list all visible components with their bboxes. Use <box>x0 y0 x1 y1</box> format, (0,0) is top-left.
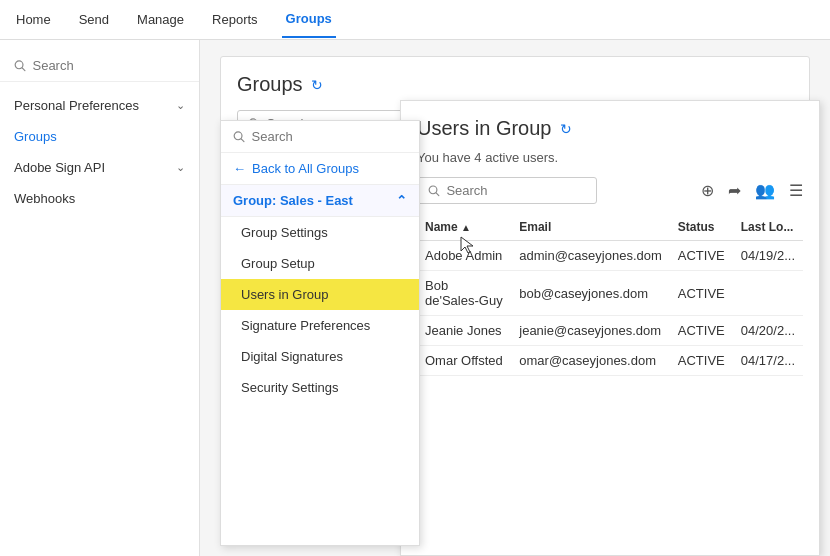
users-search-container <box>417 177 597 204</box>
sub-sidebar-search-icon <box>233 130 246 144</box>
users-in-group-panel: Users in Group ↻ You have 4 active users… <box>400 100 820 556</box>
sidebar-adobe-sign-label: Adobe Sign API <box>14 160 105 175</box>
top-navigation: Home Send Manage Reports Groups <box>0 0 830 40</box>
user-name-cell: Adobe Admin <box>417 241 511 271</box>
sidebar: Personal Preferences ⌄ Groups Adobe Sign… <box>0 40 200 556</box>
user-lastlogin-cell <box>733 271 803 316</box>
back-arrow-icon: ← <box>233 161 246 176</box>
back-label-text: Back to All Groups <box>252 161 359 176</box>
user-lastlogin-cell: 04/20/2... <box>733 316 803 346</box>
add-user-icon[interactable]: ⊕ <box>701 181 714 200</box>
sidebar-webhooks-label: Webhooks <box>14 191 75 206</box>
nav-send[interactable]: Send <box>75 2 113 37</box>
users-col-status[interactable]: Status <box>670 214 733 241</box>
svg-line-5 <box>241 138 244 141</box>
group-name-label: Group: Sales - East <box>233 193 353 208</box>
svg-line-7 <box>436 192 439 195</box>
refresh-icon[interactable]: ↻ <box>311 77 323 93</box>
nav-groups[interactable]: Groups <box>282 1 336 38</box>
name-sort-icon: ▲ <box>461 222 471 233</box>
user-lastlogin-cell: 04/19/2... <box>733 241 803 271</box>
sidebar-search-bar <box>0 50 199 82</box>
collapse-icon[interactable]: ⌃ <box>396 193 407 208</box>
nav-manage[interactable]: Manage <box>133 2 188 37</box>
chevron-down-icon-api: ⌄ <box>176 161 185 174</box>
nav-digital-signatures[interactable]: Digital Signatures <box>221 341 419 372</box>
chevron-down-icon: ⌄ <box>176 99 185 112</box>
users-toolbar: ⊕ ➦ 👥 ☰ <box>417 177 803 204</box>
svg-line-1 <box>22 67 25 70</box>
user-name-cell: Omar Offsted <box>417 346 511 376</box>
content-area: Groups ↻ ☰ Name ▲ # of Users <box>200 40 830 556</box>
user-email-cell: bob@caseyjones.dom <box>511 271 670 316</box>
user-status-cell: ACTIVE <box>670 346 733 376</box>
sidebar-personal-preferences-label: Personal Preferences <box>14 98 139 113</box>
share-icon[interactable]: 👥 <box>755 181 775 200</box>
back-to-all-groups-button[interactable]: ← Back to All Groups <box>221 153 419 185</box>
user-name-cell: Jeanie Jones <box>417 316 511 346</box>
users-active-count: You have 4 active users. <box>417 150 803 165</box>
sidebar-groups-label: Groups <box>14 129 57 144</box>
nav-group-setup[interactable]: Group Setup <box>221 248 419 279</box>
nav-users-in-group[interactable]: Users in Group <box>221 279 419 310</box>
users-actions: ⊕ ➦ 👥 ☰ <box>701 181 803 200</box>
export-icon[interactable]: ➦ <box>728 181 741 200</box>
nav-reports[interactable]: Reports <box>208 2 262 37</box>
user-name-cell: Bob de'Sales-Guy <box>417 271 511 316</box>
sidebar-item-groups[interactable]: Groups <box>0 121 199 152</box>
nav-security-settings[interactable]: Security Settings <box>221 372 419 403</box>
user-status-cell: ACTIVE <box>670 316 733 346</box>
user-table-row[interactable]: Bob de'Sales-Guy bob@caseyjones.dom ACTI… <box>417 271 803 316</box>
users-search-input[interactable] <box>446 183 586 198</box>
sidebar-search-icon <box>14 59 26 73</box>
group-header: Group: Sales - East ⌃ <box>221 185 419 217</box>
users-table: Name ▲ Email Status Last Lo... Adobe Adm… <box>417 214 803 376</box>
user-table-row[interactable]: Jeanie Jones jeanie@caseyjones.dom ACTIV… <box>417 316 803 346</box>
nav-group-settings[interactable]: Group Settings <box>221 217 419 248</box>
users-panel-title: Users in Group ↻ <box>417 117 803 140</box>
users-refresh-icon[interactable]: ↻ <box>560 121 572 137</box>
nav-home[interactable]: Home <box>12 2 55 37</box>
users-col-name[interactable]: Name ▲ <box>417 214 511 241</box>
overlay-container: ← Back to All Groups Group: Sales - East… <box>200 90 830 556</box>
users-col-email[interactable]: Email <box>511 214 670 241</box>
user-lastlogin-cell: 04/17/2... <box>733 346 803 376</box>
user-table-row[interactable]: Adobe Admin admin@caseyjones.dom ACTIVE … <box>417 241 803 271</box>
user-email-cell: omar@caseyjones.dom <box>511 346 670 376</box>
sidebar-item-personal-preferences[interactable]: Personal Preferences ⌄ <box>0 90 199 121</box>
sub-sidebar-search-bar <box>221 121 419 153</box>
user-status-cell: ACTIVE <box>670 241 733 271</box>
user-email-cell: jeanie@caseyjones.dom <box>511 316 670 346</box>
sidebar-search-input[interactable] <box>32 58 185 73</box>
user-table-row[interactable]: Omar Offsted omar@caseyjones.dom ACTIVE … <box>417 346 803 376</box>
user-status-cell: ACTIVE <box>670 271 733 316</box>
nav-signature-preferences[interactable]: Signature Preferences <box>221 310 419 341</box>
users-title-text: Users in Group <box>417 117 552 140</box>
groups-title-text: Groups <box>237 73 303 96</box>
sidebar-item-adobe-sign-api[interactable]: Adobe Sign API ⌄ <box>0 152 199 183</box>
users-menu-icon[interactable]: ☰ <box>789 181 803 200</box>
users-search-icon <box>428 184 440 198</box>
sub-sidebar-search-input[interactable] <box>252 129 407 144</box>
users-col-lastlogin[interactable]: Last Lo... <box>733 214 803 241</box>
sub-sidebar-panel: ← Back to All Groups Group: Sales - East… <box>220 120 420 546</box>
main-layout: Personal Preferences ⌄ Groups Adobe Sign… <box>0 40 830 556</box>
groups-panel-title: Groups ↻ <box>237 73 793 96</box>
sidebar-item-webhooks[interactable]: Webhooks <box>0 183 199 214</box>
user-email-cell: admin@caseyjones.dom <box>511 241 670 271</box>
